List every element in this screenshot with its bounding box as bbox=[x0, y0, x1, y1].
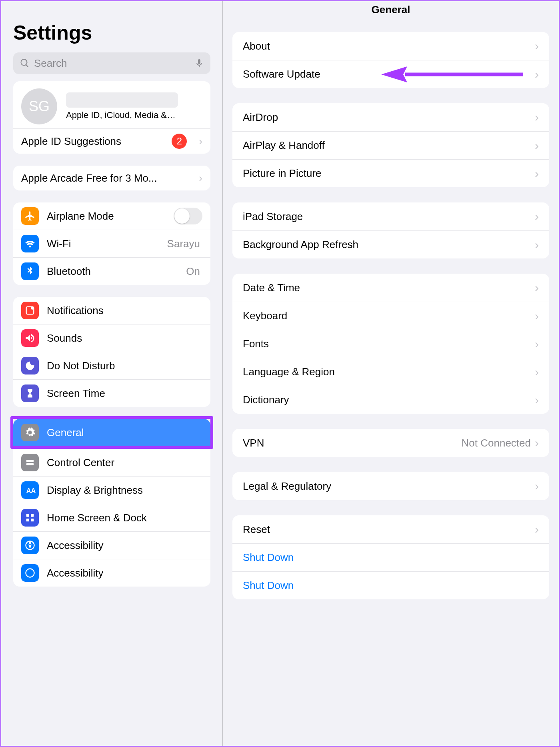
svg-text:AA: AA bbox=[26, 487, 36, 494]
airplay-handoff-row[interactable]: AirPlay & Handoff› bbox=[232, 131, 549, 159]
toggles-icon bbox=[21, 454, 39, 471]
about-row[interactable]: About › bbox=[232, 32, 549, 60]
dictionary-row[interactable]: Dictionary› bbox=[232, 386, 549, 414]
notifications-group: Notifications Sounds Do Not Disturb Scre… bbox=[13, 297, 210, 407]
wifi-row[interactable]: Wi-Fi Sarayu bbox=[13, 230, 210, 257]
chevron-right-icon: › bbox=[535, 210, 539, 223]
profile-subtitle: Apple ID, iCloud, Media &… bbox=[66, 110, 176, 120]
accessibility-row-dup[interactable]: Accessibility bbox=[13, 559, 210, 587]
apple-id-suggestions-label: Apple ID Suggestions bbox=[21, 135, 164, 148]
svg-rect-6 bbox=[31, 514, 34, 517]
svg-rect-2 bbox=[26, 460, 34, 462]
svg-point-10 bbox=[29, 542, 31, 544]
reset-row[interactable]: Reset› bbox=[232, 515, 549, 543]
sounds-icon bbox=[21, 329, 39, 347]
notifications-icon bbox=[21, 302, 39, 319]
chevron-right-icon: › bbox=[535, 238, 539, 252]
control-center-row[interactable]: Control Center bbox=[13, 449, 210, 476]
accessibility-icon bbox=[21, 537, 39, 554]
search-field[interactable] bbox=[13, 52, 210, 74]
chevron-right-icon: › bbox=[535, 479, 539, 493]
svg-point-11 bbox=[26, 569, 34, 577]
chevron-right-icon: › bbox=[535, 393, 539, 407]
svg-rect-5 bbox=[26, 514, 29, 517]
fonts-row[interactable]: Fonts› bbox=[232, 330, 549, 358]
notifications-row[interactable]: Notifications bbox=[13, 297, 210, 324]
mic-icon[interactable] bbox=[194, 58, 204, 68]
airdrop-row[interactable]: AirDrop› bbox=[232, 103, 549, 131]
detail-title: General bbox=[223, 1, 559, 24]
chevron-right-icon: › bbox=[535, 39, 539, 53]
legal-row[interactable]: Legal & Regulatory› bbox=[232, 472, 549, 500]
moon-icon bbox=[21, 357, 39, 375]
general-row[interactable]: General bbox=[13, 419, 210, 446]
airplane-mode-row[interactable]: Airplane Mode bbox=[13, 202, 210, 230]
chevron-right-icon: › bbox=[199, 135, 202, 148]
wifi-icon bbox=[21, 235, 39, 252]
dnd-row[interactable]: Do Not Disturb bbox=[13, 352, 210, 379]
settings-sidebar: Settings SG Apple ID, iCloud, Media &… A… bbox=[1, 1, 223, 746]
accessibility-icon bbox=[21, 564, 39, 582]
text-size-icon: AA bbox=[21, 481, 39, 499]
profile-group: SG Apple ID, iCloud, Media &… Apple ID S… bbox=[13, 81, 210, 154]
network-group: Airplane Mode Wi-Fi Sarayu Bluetooth On bbox=[13, 202, 210, 285]
vpn-row[interactable]: VPN Not Connected › bbox=[232, 429, 549, 457]
bluetooth-row[interactable]: Bluetooth On bbox=[13, 257, 210, 285]
search-icon bbox=[20, 58, 30, 68]
chevron-right-icon: › bbox=[535, 167, 539, 180]
chevron-right-icon: › bbox=[535, 337, 539, 351]
highlight-annotation: General bbox=[10, 416, 213, 449]
sounds-row[interactable]: Sounds bbox=[13, 324, 210, 352]
profile-row[interactable]: SG Apple ID, iCloud, Media &… bbox=[13, 81, 210, 128]
chevron-right-icon: › bbox=[535, 68, 539, 81]
chevron-right-icon: › bbox=[535, 365, 539, 379]
hourglass-icon bbox=[21, 385, 39, 402]
avatar: SG bbox=[21, 88, 57, 124]
bg-app-refresh-row[interactable]: Background App Refresh› bbox=[232, 230, 549, 258]
apple-arcade-promo[interactable]: Apple Arcade Free for 3 Mo... › bbox=[13, 166, 210, 190]
system-group: General Control Center AA Display & Brig… bbox=[13, 416, 210, 587]
chevron-right-icon: › bbox=[535, 139, 539, 152]
airplane-toggle[interactable] bbox=[174, 208, 202, 224]
bluetooth-value: On bbox=[186, 265, 200, 278]
svg-rect-8 bbox=[31, 519, 34, 521]
ipad-storage-row[interactable]: iPad Storage› bbox=[232, 202, 549, 230]
vpn-value: Not Connected bbox=[462, 437, 531, 449]
pip-row[interactable]: Picture in Picture› bbox=[232, 159, 549, 187]
page-title: Settings bbox=[1, 1, 222, 52]
home-screen-row[interactable]: Home Screen & Dock bbox=[13, 504, 210, 531]
language-region-row[interactable]: Language & Region› bbox=[232, 358, 549, 386]
chevron-right-icon: › bbox=[535, 281, 539, 294]
airplane-icon bbox=[21, 207, 39, 225]
promo-group: Apple Arcade Free for 3 Mo... › bbox=[13, 166, 210, 190]
bluetooth-icon bbox=[21, 262, 39, 280]
software-update-row[interactable]: Software Update › bbox=[232, 60, 549, 88]
screentime-row[interactable]: Screen Time bbox=[13, 379, 210, 407]
svg-point-1 bbox=[31, 307, 34, 310]
chevron-right-icon: › bbox=[199, 172, 202, 184]
search-input[interactable] bbox=[34, 57, 190, 70]
keyboard-row[interactable]: Keyboard› bbox=[232, 302, 549, 330]
svg-rect-7 bbox=[26, 519, 29, 521]
wifi-value: Sarayu bbox=[167, 238, 200, 250]
badge-count: 2 bbox=[172, 134, 187, 149]
apple-id-suggestions-row[interactable]: Apple ID Suggestions 2 › bbox=[13, 128, 210, 154]
chevron-right-icon: › bbox=[535, 436, 539, 450]
date-time-row[interactable]: Date & Time› bbox=[232, 274, 549, 302]
general-detail-panel: General About › Software Update › AirDro… bbox=[223, 1, 559, 746]
home-screen-icon bbox=[21, 509, 39, 527]
chevron-right-icon: › bbox=[535, 309, 539, 323]
shut-down-row-dup[interactable]: Shut Down bbox=[232, 571, 549, 599]
gear-icon bbox=[21, 424, 39, 441]
chevron-right-icon: › bbox=[535, 523, 539, 536]
display-brightness-row[interactable]: AA Display & Brightness bbox=[13, 476, 210, 504]
accessibility-row[interactable]: Accessibility bbox=[13, 531, 210, 559]
svg-rect-3 bbox=[26, 463, 34, 465]
shut-down-row[interactable]: Shut Down bbox=[232, 543, 549, 571]
chevron-right-icon: › bbox=[535, 110, 539, 124]
profile-name-redacted bbox=[66, 92, 178, 108]
